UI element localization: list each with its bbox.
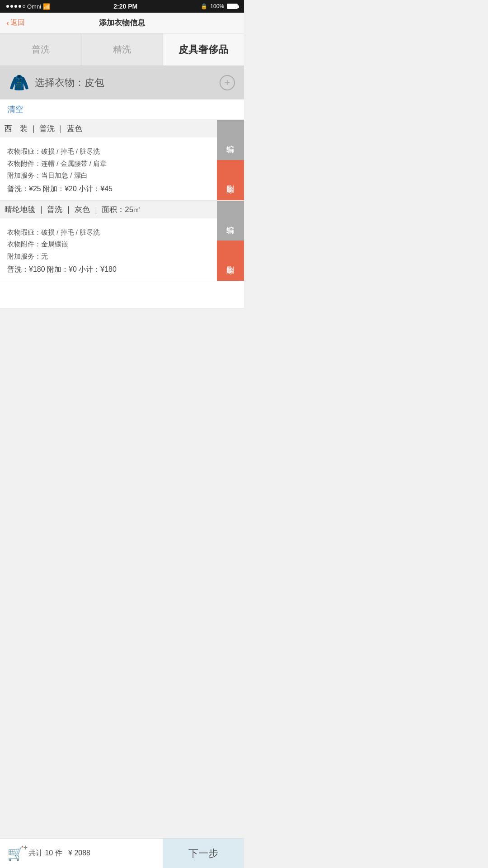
battery-label: 100% [210, 3, 224, 9]
item-1-accessories: 衣物附件：连帽 / 金属腰带 / 肩章 [7, 159, 210, 169]
item-2-content: 晴纶地毯 ｜ 普洗 ｜ 灰色 ｜ 面积：25㎡ 衣物瑕疵：破损 / 掉毛 / 脏… [0, 201, 217, 281]
signal-dot-4 [19, 5, 21, 8]
nav-bar: ‹ 返回 添加衣物信息 [0, 13, 244, 33]
page-title: 添加衣物信息 [99, 18, 145, 28]
clothes-selector-left: 🧥 选择衣物：皮包 [9, 73, 104, 92]
item-1-details: 衣物瑕疵：破损 / 掉毛 / 脏尽洗 衣物附件：连帽 / 金属腰带 / 肩章 附… [7, 142, 210, 194]
tab-jing-xi-label: 精洗 [113, 43, 131, 56]
signal-dot-5 [23, 5, 25, 8]
signal-dot-1 [6, 5, 9, 8]
item-2-services: 附加服务：无 [7, 251, 210, 262]
item-1-price: 普洗：¥25 附加：¥20 小计：¥45 [7, 184, 210, 194]
item-1-title: 西 装 ｜ 普洗 ｜ 蓝色 [0, 120, 217, 137]
add-icon: + [225, 77, 230, 89]
status-right: 🔒 100% [201, 3, 238, 9]
item-2-edit-button[interactable]: 编辑 [217, 201, 244, 241]
clear-button[interactable]: 清空 [7, 105, 23, 114]
back-button[interactable]: ‹ 返回 [6, 18, 25, 28]
signal-dot-2 [10, 5, 13, 8]
item-2-price: 普洗：¥180 附加：¥0 小计：¥180 [7, 265, 210, 274]
item-list: 西 装 ｜ 普洗 ｜ 蓝色 衣物瑕疵：破损 / 掉毛 / 脏尽洗 衣物附件：连帽… [0, 120, 244, 308]
status-time: 2:20 PM [113, 3, 137, 10]
item-1-services: 附加服务：当日加急 / 漂白 [7, 170, 210, 181]
tab-pi-ju[interactable]: 皮具奢侈品 [163, 33, 244, 66]
clothes-selector-label: 选择衣物：皮包 [35, 76, 104, 90]
item-2-title: 晴纶地毯 ｜ 普洗 ｜ 灰色 ｜ 面积：25㎡ [0, 201, 217, 218]
clothes-selector: 🧥 选择衣物：皮包 + [0, 66, 244, 99]
signal-dot-3 [14, 5, 17, 8]
tab-pi-ju-label: 皮具奢侈品 [178, 43, 228, 57]
carrier-label: Omni [27, 3, 41, 10]
item-1-defects: 衣物瑕疵：破损 / 掉毛 / 脏尽洗 [7, 146, 210, 157]
table-row: 西 装 ｜ 普洗 ｜ 蓝色 衣物瑕疵：破损 / 掉毛 / 脏尽洗 衣物附件：连帽… [0, 120, 244, 201]
battery-icon [227, 4, 238, 9]
clothes-icon: 🧥 [9, 73, 29, 92]
item-2-details: 衣物瑕疵：破损 / 掉毛 / 脏尽洗 衣物附件：金属镶嵌 附加服务：无 普洗：¥… [7, 223, 210, 275]
item-1-delete-button[interactable]: 删除 [217, 160, 244, 200]
chevron-left-icon: ‹ [6, 18, 9, 28]
tab-pu-xi[interactable]: 普洗 [0, 33, 81, 66]
tab-pu-xi-label: 普洗 [32, 43, 50, 56]
item-1-content: 西 装 ｜ 普洗 ｜ 蓝色 衣物瑕疵：破损 / 掉毛 / 脏尽洗 衣物附件：连帽… [0, 120, 217, 200]
category-tabs: 普洗 精洗 皮具奢侈品 [0, 33, 244, 66]
back-label: 返回 [10, 18, 25, 28]
signal-dots [6, 5, 25, 8]
add-clothes-button[interactable]: + [220, 75, 235, 90]
status-left: Omni 📶 [6, 3, 50, 10]
list-spacer [0, 281, 244, 308]
item-1-edit-button[interactable]: 编辑 [217, 120, 244, 160]
status-bar: Omni 📶 2:20 PM 🔒 100% [0, 0, 244, 13]
lock-icon: 🔒 [201, 3, 207, 9]
tab-jing-xi[interactable]: 精洗 [81, 33, 163, 66]
wifi-icon: 📶 [43, 3, 50, 10]
table-row: 晴纶地毯 ｜ 普洗 ｜ 灰色 ｜ 面积：25㎡ 衣物瑕疵：破损 / 掉毛 / 脏… [0, 201, 244, 282]
item-1-actions: 编辑 删除 [217, 120, 244, 200]
item-2-defects: 衣物瑕疵：破损 / 掉毛 / 脏尽洗 [7, 227, 210, 238]
clear-bar: 清空 [0, 99, 244, 120]
item-2-delete-button[interactable]: 删除 [217, 241, 244, 281]
item-2-accessories: 衣物附件：金属镶嵌 [7, 239, 210, 250]
item-2-actions: 编辑 删除 [217, 201, 244, 281]
